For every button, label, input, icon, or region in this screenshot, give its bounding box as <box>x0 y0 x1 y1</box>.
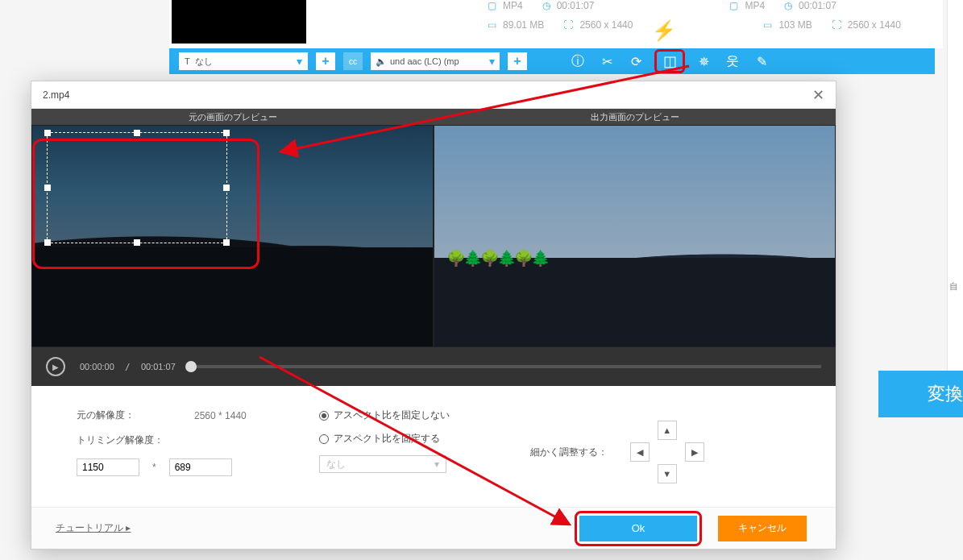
auto-label: 自 <box>949 280 961 292</box>
preview-right-title: 出力画面のプレビュー <box>434 109 836 125</box>
playbar: ▶ 00:00:00 / 00:01:07 <box>31 347 836 386</box>
nudge-left-button[interactable]: ◀ <box>630 442 650 462</box>
ok-button-highlight: Ok <box>575 511 702 546</box>
resolution-column: 元の解像度： 2560 * 1440 トリミング解像度： * <box>77 409 247 496</box>
dst-dimensions: 2560 x 1440 <box>848 19 901 31</box>
crop-marquee[interactable] <box>47 132 227 243</box>
playback-time: 00:00:00 / 00:01:07 <box>80 362 176 372</box>
src-size: 89.01 MB <box>503 19 544 31</box>
nudge-right-button[interactable]: ▶ <box>685 442 704 462</box>
audio-selector[interactable]: 🔈 und aac (LC) (mp ▾ <box>371 52 500 70</box>
nudge-down-button[interactable]: ▼ <box>658 464 677 483</box>
dst-duration: 00:01:07 <box>799 0 836 11</box>
output-preview: 🌳🌲🌳🌲🌳🌲 <box>434 126 835 346</box>
preview-header: 元の画面のプレビュー 出力画面のプレビュー <box>31 109 836 125</box>
edit-toolbar: T なし ▾ + cc 🔈 und aac (LC) (mp ▾ + ⓘ ✂ ⟳… <box>169 48 935 74</box>
tutorial-link[interactable]: チュートリアル ▸ <box>56 521 131 535</box>
ok-button[interactable]: Ok <box>579 516 697 541</box>
clock-icon: ◷ <box>542 0 550 11</box>
tree-silhouette-icon: 🌳🌲🌳🌲🌳🌲 <box>446 249 548 268</box>
orig-res-value: 2560 * 1440 <box>194 410 247 421</box>
play-button[interactable]: ▶ <box>46 357 65 376</box>
chevron-down-icon: ▾ <box>489 55 495 68</box>
edit-icon[interactable]: ✎ <box>751 54 772 69</box>
folder-icon: ▭ <box>488 19 496 31</box>
video-icon: ▢ <box>729 0 738 11</box>
video-icon: ▢ <box>488 0 496 11</box>
dst-size: 103 MB <box>778 19 811 31</box>
clock-icon: ◷ <box>784 0 792 11</box>
source-preview[interactable] <box>32 126 433 346</box>
src-duration: 00:01:07 <box>557 0 595 11</box>
convert-button[interactable]: 変換 <box>878 371 963 417</box>
chevron-down-icon: ▾ <box>434 458 439 470</box>
file-thumbnail <box>172 0 306 44</box>
modal-filename: 2.mp4 <box>43 81 69 108</box>
rotate-icon[interactable]: ⟳ <box>625 54 646 69</box>
nudge-up-button[interactable]: ▲ <box>658 421 677 440</box>
cc-button[interactable]: cc <box>343 52 363 70</box>
file-row: ▢MP4 ◷00:01:07 ▢MP4 ◷00:01:07 ▭89.01 MB … <box>169 0 943 48</box>
dimensions-icon: ⛶ <box>832 19 841 31</box>
scissors-icon[interactable]: ✂ <box>596 54 617 69</box>
seek-track[interactable] <box>190 365 821 368</box>
add-audio-button[interactable]: + <box>508 52 527 70</box>
subtitle-selector[interactable]: T なし ▾ <box>179 52 308 70</box>
seek-knob[interactable] <box>185 361 197 372</box>
bolt-icon: ⚡ <box>652 19 676 42</box>
src-dimensions: 2560 x 1440 <box>579 19 633 31</box>
trim-height-input[interactable] <box>169 458 232 476</box>
dimensions-icon: ⛶ <box>563 19 573 31</box>
arrow-pad: ▲ ▼ ◀ ▶ <box>630 421 704 483</box>
trim-width-input[interactable] <box>77 458 139 476</box>
info-icon[interactable]: ⓘ <box>567 53 588 70</box>
crop-icon[interactable]: ◫ <box>663 52 677 70</box>
chevron-down-icon: ▾ <box>297 55 302 68</box>
aspect-lock-radio[interactable]: アスペクト比を固定する <box>319 432 450 446</box>
dimension-separator: * <box>152 462 156 473</box>
file-info-row2: ▭89.01 MB ⛶2560 x 1440 ⚡ ▭103 MB ⛶2560 x… <box>488 19 901 42</box>
cancel-button[interactable]: キャンセル <box>718 516 807 541</box>
trim-res-label: トリミング解像度： <box>77 433 181 447</box>
dst-format: MP4 <box>745 0 765 11</box>
file-info-row1: ▢MP4 ◷00:01:07 ▢MP4 ◷00:01:07 <box>488 0 836 11</box>
folder-icon: ▭ <box>763 19 772 31</box>
fine-adjust-label: 細かく調整する： <box>530 446 608 459</box>
crop-modal: 2.mp4 ✕ 元の画面のプレビュー 出力画面のプレビュー 🌳🌲🌳🌲🌳🌲 ▶ 0… <box>31 81 836 550</box>
fx-icon[interactable]: ✵ <box>693 54 714 69</box>
fine-adjust-column: 細かく調整する： ▲ ▼ ◀ ▶ <box>530 409 704 496</box>
aspect-ratio-selector[interactable]: なし ▾ <box>319 455 446 473</box>
aspect-column: アスペクト比を固定しない アスペクト比を固定する なし ▾ <box>319 409 450 496</box>
close-icon[interactable]: ✕ <box>812 81 824 108</box>
watermark-icon[interactable]: 웃 <box>722 53 743 70</box>
orig-res-label: 元の解像度： <box>77 409 181 422</box>
crop-button-highlight: ◫ <box>654 49 685 73</box>
add-subtitle-button[interactable]: + <box>316 52 335 70</box>
aspect-free-radio[interactable]: アスペクト比を固定しない <box>319 409 450 422</box>
src-format: MP4 <box>503 0 523 11</box>
preview-left-title: 元の画面のプレビュー <box>31 109 434 125</box>
side-panel: 自 <box>947 0 963 371</box>
